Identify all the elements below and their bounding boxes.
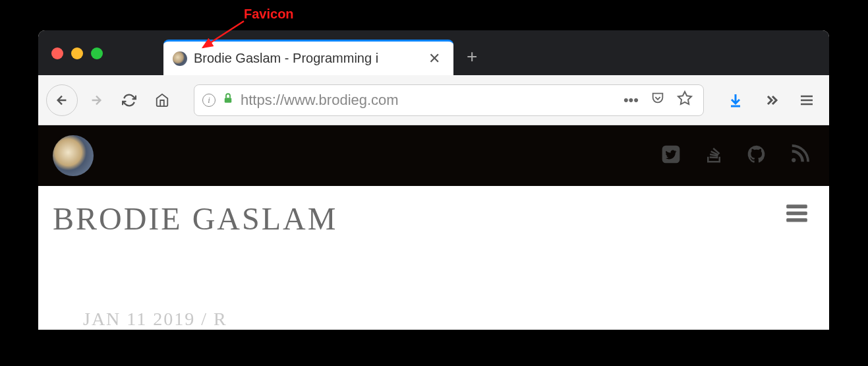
social-links (660, 144, 809, 168)
bookmark-star-icon[interactable] (674, 90, 695, 110)
annotation-label: Favicon (244, 7, 294, 22)
site-header (38, 125, 829, 186)
lock-icon[interactable] (222, 92, 234, 107)
back-button[interactable] (46, 84, 78, 116)
svg-marker-3 (678, 92, 691, 104)
page-actions-icon[interactable]: ••• (621, 92, 641, 109)
svg-rect-11 (786, 218, 807, 222)
tab-strip: Brodie Gaslam - Programming i ✕ + (38, 30, 829, 75)
forward-button[interactable] (82, 86, 111, 115)
maximize-window-button[interactable] (91, 47, 103, 59)
svg-rect-10 (786, 212, 807, 216)
close-window-button[interactable] (51, 47, 63, 59)
svg-rect-9 (786, 204, 807, 208)
page-body: BRODIE GASLAM (38, 186, 829, 237)
downloads-button[interactable] (721, 86, 750, 115)
app-menu-button[interactable] (792, 86, 821, 115)
url-text: https://www.brodieg.com (241, 92, 614, 109)
window-controls (51, 47, 103, 59)
new-tab-button[interactable]: + (467, 46, 477, 67)
minimize-window-button[interactable] (71, 47, 83, 59)
close-tab-button[interactable]: ✕ (424, 49, 444, 69)
github-icon[interactable] (746, 144, 767, 168)
browser-toolbar: i https://www.brodieg.com ••• (38, 75, 829, 125)
site-logo[interactable] (53, 135, 94, 176)
rss-icon[interactable] (790, 144, 809, 167)
annotation-arrow (198, 20, 250, 59)
post-meta: JAN 11 2019 / R (83, 309, 227, 330)
reload-button[interactable] (115, 86, 144, 115)
page-menu-button[interactable] (784, 200, 809, 228)
site-info-icon[interactable]: i (202, 94, 216, 107)
page-title: BRODIE GASLAM (53, 200, 337, 237)
twitter-icon[interactable] (660, 144, 681, 168)
address-bar[interactable]: i https://www.brodieg.com ••• (194, 84, 704, 116)
stackoverflow-icon[interactable] (704, 144, 724, 167)
browser-window: Brodie Gaslam - Programming i ✕ + i http… (38, 30, 829, 330)
svg-point-8 (792, 158, 796, 162)
svg-line-1 (203, 21, 244, 47)
home-button[interactable] (148, 86, 177, 115)
favicon-icon (173, 51, 187, 66)
pocket-icon[interactable] (648, 91, 668, 109)
overflow-button[interactable] (757, 86, 786, 115)
svg-rect-2 (225, 98, 232, 103)
